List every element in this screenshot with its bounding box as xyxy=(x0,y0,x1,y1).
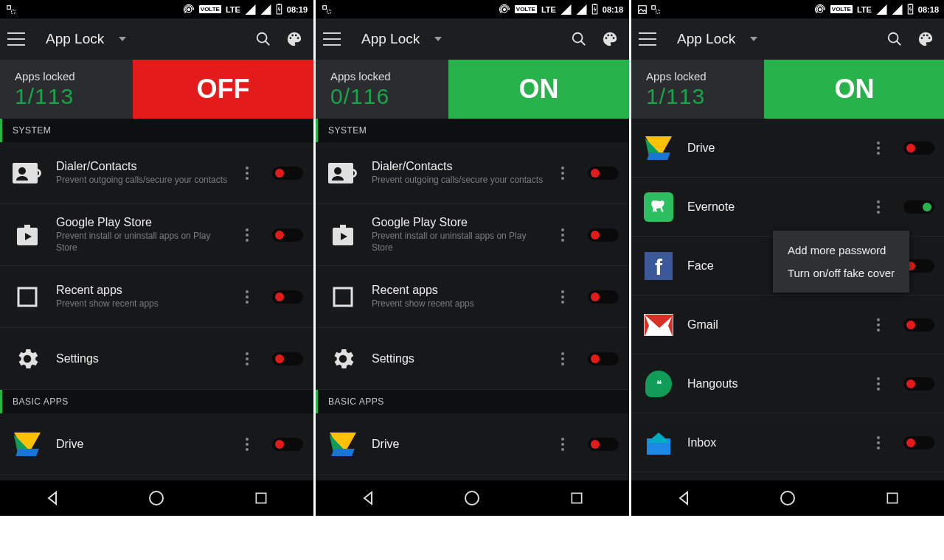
app-list[interactable]: SYSTEM Dialer/Contacts Prevent outgoing … xyxy=(316,119,629,480)
gear-icon xyxy=(10,342,44,376)
context-menu[interactable]: Add more password Turn on/off fake cover xyxy=(773,231,909,293)
section-header: SYSTEM xyxy=(316,119,629,142)
theme-button[interactable] xyxy=(914,27,937,51)
app-row[interactable]: Drive xyxy=(631,119,944,178)
more-button[interactable] xyxy=(241,432,253,457)
more-button[interactable] xyxy=(872,195,884,220)
app-row[interactable]: Inbox xyxy=(631,413,944,472)
hotspot-icon xyxy=(183,4,195,15)
more-button[interactable] xyxy=(557,432,569,457)
app-row[interactable]: Settings xyxy=(0,328,313,390)
more-button[interactable] xyxy=(872,312,884,337)
svg-point-23 xyxy=(334,167,341,175)
svg-point-26 xyxy=(465,491,479,505)
app-row[interactable]: Dialer/Contacts Prevent outgoing calls/s… xyxy=(316,142,629,204)
more-button[interactable] xyxy=(557,223,569,248)
app-row[interactable]: Google Play Store Prevent install or uni… xyxy=(0,204,313,266)
more-button[interactable] xyxy=(241,223,253,248)
app-subtitle: Prevent outgoing calls/secure your conta… xyxy=(372,175,545,186)
lock-toggle[interactable] xyxy=(903,377,934,391)
app-row[interactable]: Google Play Store Prevent install or uni… xyxy=(316,204,629,266)
menu-icon[interactable] xyxy=(7,32,25,46)
more-button[interactable] xyxy=(241,284,253,309)
back-button[interactable] xyxy=(41,486,64,510)
title-dropdown[interactable]: App Lock xyxy=(361,31,560,47)
volte-badge: VOLTE xyxy=(199,5,221,13)
app-row[interactable]: Recent apps Prevent show recent apps xyxy=(316,266,629,328)
lte-label: LTE xyxy=(857,5,872,14)
search-button[interactable] xyxy=(251,27,275,51)
svg-rect-34 xyxy=(909,4,911,4)
lock-toggle[interactable] xyxy=(903,318,934,332)
master-toggle[interactable]: ON xyxy=(764,60,944,119)
lock-toggle[interactable] xyxy=(903,200,934,214)
menu-icon[interactable] xyxy=(323,32,341,46)
app-row[interactable]: Drive xyxy=(316,413,629,475)
more-button[interactable] xyxy=(557,161,569,186)
master-toggle[interactable]: ON xyxy=(448,60,629,119)
more-button[interactable] xyxy=(241,346,253,371)
section-header: BASIC APPS xyxy=(316,390,629,413)
lock-toggle[interactable] xyxy=(588,290,619,304)
menu-icon[interactable] xyxy=(639,32,656,46)
app-list[interactable]: Drive Evernote f Add more password Turn … xyxy=(631,119,944,480)
chevron-down-icon xyxy=(750,37,757,41)
lock-toggle[interactable] xyxy=(272,228,303,242)
home-button[interactable] xyxy=(460,486,484,510)
app-row[interactable]: Recent apps Prevent show recent apps xyxy=(0,266,313,328)
more-button[interactable] xyxy=(241,161,253,186)
home-button[interactable] xyxy=(145,486,168,510)
more-button[interactable] xyxy=(557,284,569,309)
lock-toggle[interactable] xyxy=(588,167,619,180)
recents-button[interactable] xyxy=(249,486,273,510)
svg-point-37 xyxy=(781,491,794,505)
back-button[interactable] xyxy=(356,486,380,510)
title-dropdown[interactable]: App Lock xyxy=(677,31,875,47)
app-row[interactable]: Dialer/Contacts Prevent outgoing calls/s… xyxy=(0,142,313,204)
lock-toggle[interactable] xyxy=(588,352,619,365)
app-name: Settings xyxy=(56,352,229,365)
app-name: Dialer/Contacts xyxy=(372,160,545,173)
lock-toggle[interactable] xyxy=(903,436,934,449)
lock-toggle[interactable] xyxy=(272,167,303,180)
more-button[interactable] xyxy=(872,371,884,396)
play-icon xyxy=(10,218,44,252)
recents-button[interactable] xyxy=(565,486,589,510)
app-row[interactable]: ❝ Hangouts xyxy=(631,354,944,413)
search-button[interactable] xyxy=(567,27,591,51)
theme-button[interactable] xyxy=(282,27,306,51)
recents-button[interactable] xyxy=(881,486,904,510)
app-row[interactable]: Settings xyxy=(316,328,629,390)
evernote-icon xyxy=(642,190,676,224)
more-button[interactable] xyxy=(557,346,569,371)
app-list[interactable]: SYSTEM Dialer/Contacts Prevent outgoing … xyxy=(0,119,313,480)
title-dropdown[interactable]: App Lock xyxy=(46,31,244,47)
lock-toggle[interactable] xyxy=(272,290,303,304)
search-button[interactable] xyxy=(883,27,906,51)
app-row[interactable]: Gmail xyxy=(631,295,944,354)
more-button[interactable] xyxy=(872,430,884,455)
lock-toggle[interactable] xyxy=(588,228,619,242)
more-button[interactable] xyxy=(872,136,884,161)
nav-bar xyxy=(0,480,313,516)
menu-item-fake-cover[interactable]: Turn on/off fake cover xyxy=(788,259,895,282)
theme-button[interactable] xyxy=(598,27,622,51)
app-row[interactable]: Evernote xyxy=(631,178,944,237)
hero-panel: Apps locked 1/113 ON xyxy=(631,60,944,119)
back-button[interactable] xyxy=(672,486,695,510)
lock-toggle[interactable] xyxy=(272,352,303,365)
menu-item-add-password[interactable]: Add more password xyxy=(788,241,895,259)
app-row[interactable]: f Add more password Turn on/off fake cov… xyxy=(631,237,944,295)
app-subtitle: Prevent outgoing calls/secure your conta… xyxy=(56,175,229,186)
inbox-icon xyxy=(642,426,676,460)
master-toggle[interactable]: OFF xyxy=(133,60,313,119)
drive-icon xyxy=(10,427,44,461)
lock-toggle[interactable] xyxy=(903,141,934,155)
app-row[interactable]: Drive xyxy=(0,413,313,475)
svg-rect-15 xyxy=(327,10,331,13)
home-button[interactable] xyxy=(776,486,799,510)
lock-toggle[interactable] xyxy=(272,438,303,451)
lock-toggle[interactable] xyxy=(588,438,619,451)
play-icon xyxy=(326,218,360,252)
screenshot-icon xyxy=(650,4,661,15)
